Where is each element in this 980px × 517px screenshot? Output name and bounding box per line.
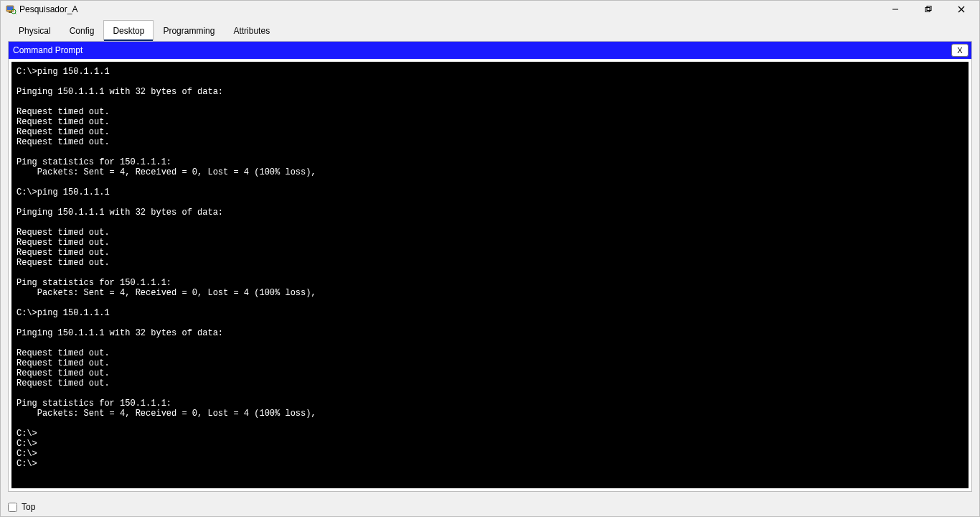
- tab-desktop[interactable]: Desktop: [103, 20, 154, 41]
- tab-attributes[interactable]: Attributes: [224, 20, 279, 41]
- top-label[interactable]: Top: [22, 502, 35, 512]
- content-pane: Command Prompt X C:\>ping 150.1.1.1 Ping…: [8, 41, 972, 492]
- minimize-button[interactable]: [879, 1, 912, 18]
- titlebar[interactable]: Pesquisador_A: [1, 1, 979, 18]
- tab-config[interactable]: Config: [60, 20, 104, 41]
- terminal-container: C:\>ping 150.1.1.1 Pinging 150.1.1.1 wit…: [9, 59, 971, 491]
- tab-label: Desktop: [113, 26, 144, 36]
- tab-label: Physical: [19, 26, 51, 36]
- window-title: Pesquisador_A: [19, 4, 77, 14]
- tab-label: Config: [70, 26, 95, 36]
- app-window: Pesquisador_A Physical Config Desktop Pr…: [0, 0, 980, 517]
- svg-rect-2: [9, 11, 11, 13]
- tab-label: Programming: [163, 26, 215, 36]
- svg-line-4: [15, 13, 17, 14]
- tab-programming[interactable]: Programming: [154, 20, 224, 41]
- close-icon-label: X: [957, 46, 962, 55]
- tab-physical[interactable]: Physical: [9, 20, 60, 41]
- panel-title: Command Prompt: [13, 45, 83, 55]
- command-prompt-terminal[interactable]: C:\>ping 150.1.1.1 Pinging 150.1.1.1 wit…: [11, 62, 969, 488]
- panel-close-button[interactable]: X: [951, 44, 969, 57]
- tab-label: Attributes: [233, 26, 270, 36]
- svg-rect-1: [7, 6, 13, 10]
- maximize-button[interactable]: [912, 1, 945, 18]
- app-icon: [5, 4, 17, 15]
- footer: Top: [1, 498, 979, 516]
- svg-rect-6: [925, 8, 930, 12]
- tabbar: Physical Config Desktop Programming Attr…: [1, 18, 979, 41]
- top-checkbox[interactable]: [8, 503, 17, 512]
- close-button[interactable]: [945, 1, 978, 18]
- panel-header: Command Prompt X: [9, 42, 971, 59]
- svg-rect-7: [927, 6, 931, 11]
